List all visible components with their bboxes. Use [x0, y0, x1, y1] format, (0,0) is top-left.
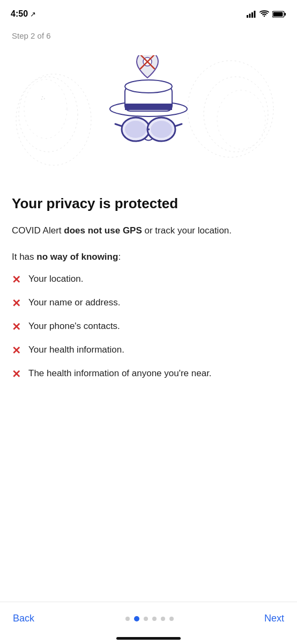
content-area: Your privacy is protected COVID Alert do…: [0, 184, 297, 602]
svg-rect-5: [285, 13, 286, 16]
back-button[interactable]: Back: [13, 611, 34, 626]
svg-rect-3: [254, 11, 256, 18]
list-item-text: Your location.: [28, 273, 83, 286]
x-icon: ✕: [12, 367, 21, 381]
dot-4: [152, 617, 157, 621]
home-bar: [116, 637, 181, 640]
description-bold: does not use GPS: [64, 225, 142, 236]
no-knowing-suffix: :: [118, 252, 121, 262]
svg-point-25: [151, 121, 172, 138]
svg-line-27: [175, 124, 182, 126]
list-item-text: Your health information.: [28, 343, 124, 356]
x-icon: ✕: [12, 343, 21, 357]
svg-rect-0: [247, 15, 248, 18]
list-item-text: The health information of anyone you're …: [28, 367, 212, 380]
list-item: ✕ Your health information.: [12, 343, 285, 357]
step-indicator: Step 2 of 6: [0, 24, 297, 45]
status-time: 4:50: [11, 9, 28, 19]
location-icon: ↗: [30, 10, 36, 18]
dot-3: [144, 617, 148, 621]
dot-2: [134, 616, 139, 621]
no-knowing-prefix: It has: [12, 252, 36, 262]
x-icon: ✕: [12, 296, 21, 310]
home-indicator: [0, 637, 297, 644]
description-part2: or track your location.: [142, 225, 232, 236]
dot-5: [161, 617, 165, 621]
list-item-text: Your name or address.: [28, 296, 120, 309]
svg-line-26: [115, 124, 122, 126]
privacy-character: [100, 55, 197, 173]
no-knowing-bold: no way of knowing: [36, 252, 118, 262]
description-part1: COVID Alert: [12, 225, 64, 236]
battery-icon: [272, 11, 286, 18]
signal-icon: [247, 11, 256, 18]
dot-1: [125, 617, 130, 621]
list-item: ✕ Your name or address.: [12, 296, 285, 310]
pagination-dots: [125, 616, 174, 621]
status-icons: [247, 10, 286, 18]
privacy-list: ✕ Your location. ✕ Your name or address.…: [12, 273, 285, 381]
dot-6: [169, 617, 174, 621]
list-item: ✕ Your location.: [12, 273, 285, 287]
list-item: ✕ Your phone's contacts.: [12, 320, 285, 334]
illustration-area: [0, 45, 297, 184]
svg-rect-2: [251, 12, 253, 18]
x-icon: ✕: [12, 320, 21, 334]
list-item: ✕ The health information of anyone you'r…: [12, 367, 285, 381]
svg-point-10: [24, 79, 67, 138]
svg-point-12: [204, 77, 268, 152]
bottom-navigation: Back Next: [0, 602, 297, 637]
no-knowing-label: It has no way of knowing:: [12, 250, 285, 264]
status-bar: 4:50 ↗: [0, 0, 297, 24]
svg-point-11: [188, 61, 273, 157]
svg-point-20: [125, 80, 172, 93]
svg-rect-6: [273, 12, 283, 16]
svg-point-7: [41, 97, 44, 100]
svg-rect-19: [125, 104, 172, 110]
svg-point-24: [125, 121, 146, 138]
description-text: COVID Alert does not use GPS or track yo…: [12, 224, 285, 238]
wifi-icon: [259, 10, 269, 18]
svg-point-13: [217, 90, 265, 149]
next-button[interactable]: Next: [264, 611, 284, 626]
svg-rect-1: [249, 13, 251, 18]
main-title: Your privacy is protected: [12, 195, 285, 213]
x-icon: ✕: [12, 273, 21, 287]
list-item-text: Your phone's contacts.: [28, 320, 120, 333]
svg-point-9: [19, 77, 78, 152]
